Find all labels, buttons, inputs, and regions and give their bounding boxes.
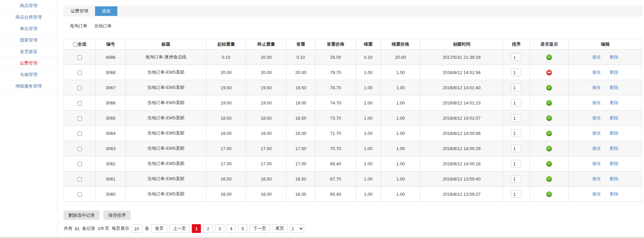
sidebar-item-5[interactable]: 运费管理 (0, 57, 57, 69)
cell-title: 海淘订单-澳洲食品线 (125, 50, 206, 65)
next-page-button[interactable]: 下一页 (250, 224, 270, 233)
visible-check-icon[interactable] (546, 100, 552, 106)
page-jump-select[interactable]: 1 (290, 224, 304, 233)
modify-link[interactable]: 修改 (592, 115, 601, 120)
row-select-cell (64, 111, 96, 126)
column-header-11: 编辑 (569, 39, 642, 50)
delete-link[interactable]: 删除 (610, 176, 619, 181)
tab-0[interactable]: 运费管理 (64, 6, 95, 16)
prev-page-button[interactable]: 上一页 (169, 224, 189, 233)
page-button-4[interactable]: 4 (227, 224, 236, 233)
row-checkbox[interactable] (77, 132, 82, 136)
cell-cont_weight: 1.00 (356, 95, 381, 111)
sort-input[interactable] (511, 69, 521, 76)
sidebar-item-6[interactable]: 仓储管理 (0, 69, 57, 80)
sort-input[interactable] (511, 129, 521, 137)
cell-start_weight: 17.00 (206, 156, 246, 171)
visible-check-icon[interactable] (546, 146, 552, 151)
sort-input[interactable] (511, 84, 521, 91)
modify-link[interactable]: 修改 (592, 130, 601, 136)
delete-link[interactable]: 删除 (610, 161, 619, 166)
page-button-3[interactable]: 3 (215, 224, 224, 233)
last-page-button[interactable]: 尾页 (272, 224, 288, 233)
sidebar-item-3[interactable]: 国家管理 (0, 34, 57, 46)
page-button-2[interactable]: 2 (203, 224, 212, 233)
delete-link[interactable]: 删除 (610, 100, 619, 105)
visible-check-icon[interactable] (546, 85, 552, 91)
cell-cont_weight: 1.00 (356, 156, 381, 171)
sort-input[interactable] (511, 114, 521, 122)
row-checkbox[interactable] (77, 86, 82, 90)
delete-link[interactable]: 删除 (610, 146, 619, 151)
hidden-minus-icon[interactable] (546, 70, 552, 75)
cell-first_weight: 0.10 (286, 50, 315, 65)
cell-first_weight: 19.00 (286, 95, 315, 111)
delete-link[interactable]: 删除 (610, 115, 619, 120)
row-checkbox[interactable] (77, 71, 82, 75)
modify-link[interactable]: 修改 (592, 176, 601, 181)
row-select-cell (64, 95, 96, 111)
page-button-1[interactable]: 1 (192, 224, 201, 233)
cell-end_weight: 17.00 (246, 156, 286, 171)
cell-first_price: 65.40 (316, 187, 356, 202)
visible-check-icon[interactable] (546, 161, 552, 167)
delete-link[interactable]: 删除 (610, 130, 619, 136)
cell-edit: 修改删除 (569, 95, 642, 111)
row-checkbox[interactable] (77, 55, 82, 60)
page-button-5[interactable]: 5 (238, 224, 247, 233)
cell-cont_weight: 0.10 (356, 50, 381, 65)
delete-link[interactable]: 删除 (610, 54, 619, 60)
cell-visibility (530, 50, 569, 65)
tab-1[interactable]: 添加 (95, 6, 117, 16)
sort-input[interactable] (511, 53, 521, 61)
cell-id: 3066 (96, 95, 125, 111)
subnav-link-1[interactable]: 当地订单 (94, 23, 112, 29)
modify-link[interactable]: 修改 (592, 191, 601, 196)
cell-cont_weight: 1.00 (356, 141, 381, 156)
delete-link[interactable]: 删除 (610, 191, 619, 196)
sidebar-item-7[interactable]: 增值服务管理 (0, 80, 57, 92)
delete-selected-button[interactable]: 删除选中记录 (64, 211, 99, 220)
cell-sort (503, 95, 530, 111)
cell-title: 当地订单-EMS直邮 (125, 111, 206, 126)
row-checkbox[interactable] (77, 177, 82, 182)
visible-check-icon[interactable] (546, 191, 552, 197)
row-checkbox[interactable] (77, 192, 82, 197)
row-checkbox[interactable] (77, 162, 82, 166)
sort-input[interactable] (511, 175, 521, 183)
row-checkbox[interactable] (77, 116, 82, 121)
visible-check-icon[interactable] (546, 176, 552, 182)
sort-input[interactable] (511, 160, 521, 167)
modify-link[interactable]: 修改 (592, 54, 601, 60)
cell-first_weight: 20.00 (286, 65, 315, 80)
modify-link[interactable]: 修改 (592, 146, 601, 151)
cell-cont_weight: 1.00 (356, 80, 381, 95)
per-page-input[interactable] (132, 224, 142, 233)
modify-link[interactable]: 修改 (592, 100, 601, 105)
sidebar-item-2[interactable]: 单位管理 (0, 23, 57, 34)
modify-link[interactable]: 修改 (592, 85, 601, 90)
sort-input[interactable] (511, 99, 521, 106)
visible-check-icon[interactable] (546, 130, 552, 136)
visible-check-icon[interactable] (546, 115, 552, 121)
save-sort-button[interactable]: 保存排序 (104, 211, 131, 220)
delete-link[interactable]: 删除 (610, 85, 619, 90)
cell-created: 2016/8/12 13:59:40 (420, 171, 503, 187)
row-checkbox[interactable] (77, 101, 82, 105)
modify-link[interactable]: 修改 (592, 161, 601, 166)
delete-link[interactable]: 删除 (610, 70, 619, 75)
column-header-10: 是否显示 (530, 39, 569, 50)
visible-check-icon[interactable] (546, 54, 552, 60)
subnav-link-0[interactable]: 海淘订单 (70, 23, 87, 29)
sort-input[interactable] (511, 190, 521, 198)
modify-link[interactable]: 修改 (592, 70, 601, 75)
first-page-button[interactable]: 首页 (152, 224, 167, 233)
sidebar-item-1[interactable]: 商品分类管理 (0, 11, 57, 23)
sidebar-item-0[interactable]: 商品管理 (0, 0, 57, 11)
select-all-checkbox[interactable] (73, 42, 77, 47)
row-checkbox[interactable] (77, 147, 82, 151)
sort-input[interactable] (511, 145, 521, 152)
cell-first_price: 25.00 (316, 50, 356, 65)
bottom-divider (0, 237, 644, 238)
sidebar-item-4[interactable]: 发货渠道 (0, 46, 57, 57)
